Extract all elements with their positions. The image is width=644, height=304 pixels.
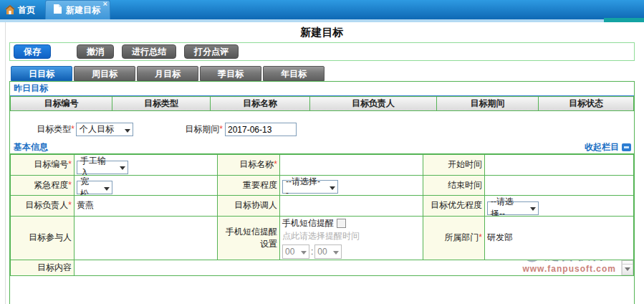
scroll-down-button[interactable]	[622, 264, 633, 275]
content-scrollbar[interactable]	[621, 260, 633, 275]
goal-name-field[interactable]	[280, 155, 423, 176]
save-button[interactable]: 保存	[14, 44, 51, 59]
tabbar-underline	[0, 19, 644, 22]
col-goal-status: 目标状态	[539, 97, 634, 111]
home-icon	[5, 5, 15, 16]
collapse-icon	[622, 143, 631, 151]
window-tab-bar: 首页 新建目标 ×	[0, 0, 644, 19]
tab-week-goal[interactable]: 周目标	[74, 66, 135, 81]
page-title: 新建目标	[0, 26, 644, 39]
sms-hour-value: 00	[285, 247, 294, 257]
dept-field[interactable]: 研发部	[485, 216, 634, 260]
chevron-down-icon	[523, 203, 536, 213]
goal-content-label: 目标内容	[11, 260, 75, 275]
importance-value: --请选择--	[286, 176, 322, 195]
end-time-field[interactable]	[485, 175, 634, 196]
summarize-button[interactable]: 进行总结	[122, 44, 176, 59]
priority-label: 目标优先程度	[423, 196, 485, 217]
goal-type-select[interactable]: 个人目标	[76, 123, 133, 136]
sms-settings-label: 手机短信提醒设置	[218, 216, 280, 260]
urgency-value: 宽松	[80, 176, 97, 196]
goal-content-cell: 泛普软件 www.fanpusoft.com	[75, 260, 634, 275]
importance-label: 重要程度	[218, 175, 280, 196]
toolbar: 保存 撤消 进行总结 打分点评	[9, 42, 635, 61]
priority-select[interactable]: --请选择--	[487, 201, 539, 215]
time-separator: :	[311, 247, 313, 257]
yesterday-section-title: 昨日目标	[10, 82, 634, 96]
chevron-down-icon	[322, 182, 335, 192]
owner-label: 目标负责人*	[11, 196, 75, 217]
basic-info-form: 目标编号* 手工输入 目标名称* 开始时间 紧急程度* 宽松 重要程度	[10, 154, 634, 276]
participants-label: 目标参与人	[11, 216, 75, 260]
sms-remind-hint: 点此请选择提醒时间	[282, 230, 420, 242]
chevron-down-icon	[97, 183, 110, 193]
end-time-label: 结束时间	[423, 175, 485, 196]
participants-field[interactable]	[75, 216, 218, 260]
undo-button[interactable]: 撤消	[77, 44, 114, 59]
dept-label: 所属部门*	[423, 216, 485, 260]
goal-content-editor[interactable]	[75, 260, 621, 275]
importance-select[interactable]: --请选择--	[282, 180, 338, 194]
collapse-label: 收起栏目	[585, 141, 619, 153]
col-goal-period: 目标期间	[437, 97, 539, 111]
chevron-down-icon	[112, 162, 125, 172]
goal-period-tabs: 日目标 周目标 月目标 季目标 年目标	[11, 66, 325, 81]
tab-home[interactable]: 首页	[0, 1, 44, 19]
score-review-button[interactable]: 打分点评	[184, 44, 239, 59]
chevron-down-icon	[117, 125, 130, 135]
basic-info-header: 基本信息 收起栏目	[10, 141, 634, 154]
yesterday-goal-table: 目标编号 目标类型 目标名称 目标负责人 目标期间 目标状态	[10, 96, 634, 111]
collapse-section-button[interactable]: 收起栏目	[585, 141, 631, 153]
form-row-4: 目标参与人 手机短信提醒设置 手机短信提醒 点此请选择提醒时间 00 : 00	[11, 216, 634, 260]
tab-quarter-goal[interactable]: 季目标	[200, 66, 261, 81]
tab-new-goal[interactable]: 新建目标 ×	[45, 0, 110, 19]
table-header-row: 目标编号 目标类型 目标名称 目标负责人 目标期间 目标状态	[11, 97, 634, 111]
goal-type-row: 目标类型* 个人目标 目标期间*	[10, 118, 634, 141]
owner-field[interactable]: 黄燕	[75, 196, 218, 217]
goal-type-value: 个人目标	[80, 123, 114, 136]
goal-name-label: 目标名称*	[218, 155, 280, 176]
priority-value: --请选择--	[491, 196, 523, 216]
start-time-label: 开始时间	[423, 155, 485, 176]
form-row-3: 目标负责人* 黄燕 目标协调人 目标优先程度 --请选择--	[11, 196, 634, 217]
sms-remind-label: 手机短信提醒	[282, 217, 334, 229]
goal-no-label: 目标编号*	[11, 155, 75, 176]
close-icon[interactable]: ×	[103, 0, 107, 8]
goal-type-label: 目标类型*	[10, 123, 75, 136]
sms-hour-select[interactable]: 00	[282, 244, 309, 259]
tab-day-goal[interactable]: 日目标	[11, 66, 72, 81]
goal-no-select[interactable]: 手工输入	[77, 161, 128, 174]
goal-period-input[interactable]	[225, 123, 297, 136]
arrow-down-icon	[625, 267, 630, 271]
chevron-down-icon	[301, 247, 307, 257]
document-icon	[54, 4, 62, 16]
tab-year-goal[interactable]: 年目标	[263, 66, 325, 81]
coordinator-field[interactable]	[280, 196, 423, 217]
main-panel: 昨日目标 目标编号 目标类型 目标名称 目标负责人 目标期间 目标状态 目标类型…	[9, 81, 635, 304]
tab-new-goal-label: 新建目标	[66, 4, 100, 16]
basic-info-title: 基本信息	[14, 141, 48, 153]
coordinator-label: 目标协调人	[218, 196, 280, 217]
sms-minute-value: 00	[317, 247, 327, 257]
urgency-select[interactable]: 宽松	[77, 181, 112, 194]
col-goal-owner: 目标负责人	[310, 97, 437, 111]
form-row-2: 紧急程度* 宽松 重要程度 --请选择-- 结束时间	[11, 175, 634, 196]
tab-month-goal[interactable]: 月目标	[137, 66, 198, 81]
col-goal-no: 目标编号	[11, 97, 112, 111]
col-goal-name: 目标名称	[211, 97, 310, 111]
chevron-down-icon	[333, 247, 339, 257]
form-row-1: 目标编号* 手工输入 目标名称* 开始时间	[11, 155, 634, 176]
pane-left-edge	[5, 22, 6, 304]
goal-period-label: 目标期间*	[133, 123, 223, 136]
urgency-label: 紧急程度*	[11, 175, 75, 196]
sms-settings-cell: 手机短信提醒 点此请选择提醒时间 00 : 00	[280, 216, 423, 260]
tabbar-corner-strip	[604, 18, 644, 22]
start-time-field[interactable]	[485, 155, 634, 176]
sms-remind-checkbox[interactable]	[337, 219, 346, 228]
goal-no-value: 手工输入	[80, 155, 112, 175]
sms-minute-select[interactable]: 00	[314, 244, 342, 259]
col-goal-type: 目标类型	[112, 97, 211, 111]
tab-home-label: 首页	[18, 4, 35, 16]
form-row-5: 目标内容 泛普软件 www.fanpusoft.com	[11, 260, 634, 275]
